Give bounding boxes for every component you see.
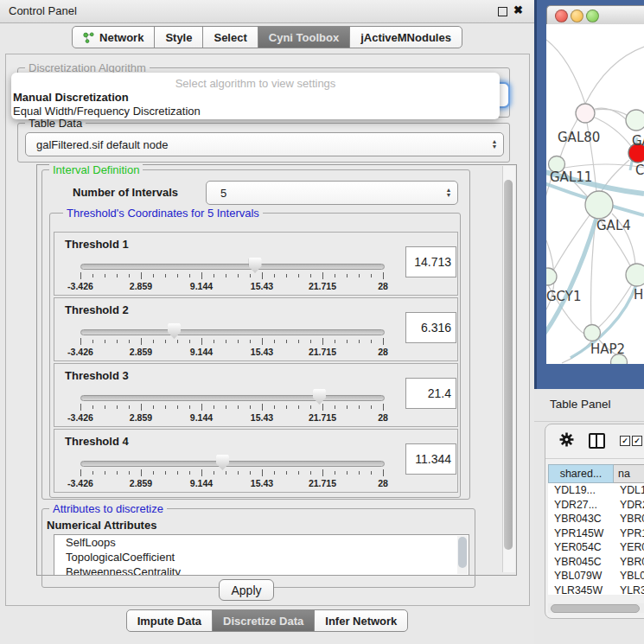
cell[interactable]: YLR345W [548,583,613,596]
control-panel-title: Control Panel [9,4,77,17]
checkbox-icon-2[interactable]: ✓ [632,436,642,446]
slider-thumb[interactable] [216,455,229,470]
tab-cyni-toolbox[interactable]: Cyni Toolbox [258,26,350,48]
table-data-combobox[interactable]: galFiltered.sif default node ▲▼ [25,132,504,156]
gear-icon[interactable] [559,432,574,447]
node-gcy1[interactable] [546,268,557,285]
list-item[interactable]: BetweennessCentrality [54,564,469,576]
cell[interactable]: YBL079W [548,569,613,583]
cell[interactable]: YBR0 [613,555,644,570]
network-window-titlebar[interactable] [546,5,644,26]
node-gal80[interactable] [576,104,595,123]
threshold-4-value-input[interactable]: 11.344 [405,443,456,475]
list-item[interactable]: SelfLoops [54,535,469,550]
close-window-icon[interactable] [555,10,568,22]
zoom-window-icon[interactable] [586,10,599,22]
settings-vertical-scrollbar-thumb[interactable] [504,180,513,550]
table-horizontal-scrollbar[interactable] [548,603,644,613]
threshold-1-value-input[interactable]: 14.713 [405,246,456,277]
close-panel-icon[interactable]: ✖ [513,3,523,16]
tab-style[interactable]: Style [154,26,203,48]
combobox-arrows-icon: ▲▼ [486,139,503,150]
tab-select[interactable]: Select [202,26,258,48]
cell[interactable]: YBR045C [548,555,613,570]
cell[interactable]: YDL1 [613,483,644,498]
table-data-combobox-value: galFiltered.sif default node [26,138,486,151]
cell[interactable]: YDR2 [613,498,644,513]
cell[interactable]: YPR145W [548,526,613,541]
tick-mark [371,405,372,409]
cell[interactable]: YDR27... [548,498,613,513]
tick-label: 15.43 [251,281,273,291]
tick-mark [105,274,105,277]
algorithm-option-manual[interactable]: Manual Discretization [13,91,129,104]
tab-jactivemnodules[interactable]: jActiveMNodules [349,26,462,48]
slider-track[interactable] [80,329,385,335]
tick-mark [286,471,287,475]
tick-mark [117,340,118,343]
tab-discretize-data[interactable]: Discretize Data [212,609,315,632]
tick-mark [226,471,226,475]
cell[interactable]: YLR3 [613,583,644,596]
network-canvas[interactable]: GAL80 GA GAL11 C GAL4 GCY1 H HAP2 [546,24,644,364]
cell[interactable]: YPR1 [613,526,644,541]
table-row[interactable]: YBL079WYBL0 [548,569,644,583]
tab-infer-network[interactable]: Infer Network [314,609,408,632]
tick-mark [359,405,360,409]
table-horizontal-scrollbar-thumb[interactable] [551,604,640,613]
attributes-list-scrollbar[interactable] [457,536,468,574]
node-gal4[interactable] [585,191,613,219]
table-row[interactable]: YBR045CYBR0 [548,555,644,570]
table-row[interactable]: YPR145WYPR1 [548,526,644,541]
algorithm-option-equal-width[interactable]: Equal Width/Frequency Discretization [13,105,201,118]
tick-label: 28 [378,412,388,423]
table-row[interactable]: YDR27...YDR2 [548,498,644,513]
slider-thumb[interactable] [313,389,326,405]
tick-mark [250,471,251,475]
table-row[interactable]: YBR043CYBR0 [548,512,644,526]
checkbox-icon-1[interactable]: ✓ [620,436,630,446]
cell[interactable]: YDL19... [548,483,613,498]
column-header-name[interactable]: na [614,464,644,483]
slider-thumb[interactable] [168,323,181,339]
threshold-2-value-input[interactable]: 6.316 [405,312,456,343]
threshold-3-row: Threshold 3 -3.4262.8599.14415.4321.7152… [54,363,458,427]
table-row[interactable]: YER054CYER0 [548,540,644,555]
tick-mark [347,471,348,475]
list-item[interactable]: TopologicalCoefficient [54,550,469,564]
algorithm-dropdown-popup: Select algorithm to view settings Manual… [11,73,500,119]
table-row[interactable]: YDL19...YDL1 [548,483,644,498]
table-row[interactable]: YLR345WYLR3 [548,583,644,596]
column-view-icon[interactable] [589,433,605,449]
node-partial-top[interactable] [626,110,644,131]
node-label-gcy1: GCY1 [546,289,582,304]
tick-mark [177,340,178,343]
node-hap2[interactable] [584,325,601,341]
slider-track[interactable] [80,395,385,401]
slider-track[interactable] [80,264,385,270]
tick-mark [262,338,263,345]
slider-thumb[interactable] [249,258,262,273]
cell[interactable]: YBR043C [548,512,613,526]
cell[interactable]: YER054C [548,540,613,555]
node-partial-h[interactable] [626,264,644,286]
apply-button[interactable]: Apply [219,579,274,601]
float-window-icon[interactable] [498,7,507,16]
tick-mark [226,340,226,343]
tick-label: 9.144 [190,412,213,423]
cell[interactable]: YBL0 [613,569,644,583]
tick-mark [141,469,142,476]
slider-track[interactable] [80,461,385,467]
tab-network[interactable]: Network [72,26,155,48]
tab-impute-data[interactable]: Impute Data [126,609,213,632]
column-header-shared-name[interactable]: shared... [548,464,614,483]
network-graph: GAL80 GA GAL11 C GAL4 GCY1 H HAP2 [546,24,644,364]
tick-mark [383,272,384,279]
attributes-list-scrollbar-thumb[interactable] [458,537,467,568]
cell[interactable]: YER0 [613,540,644,555]
threshold-3-value-input[interactable]: 21.4 [405,378,456,409]
cell[interactable]: YBR0 [613,512,644,526]
number-of-intervals-combobox[interactable]: 5 ▲▼ [206,181,458,205]
control-panel-titlebar: Control Panel ✖ [0,0,534,23]
minimize-window-icon[interactable] [571,10,583,22]
